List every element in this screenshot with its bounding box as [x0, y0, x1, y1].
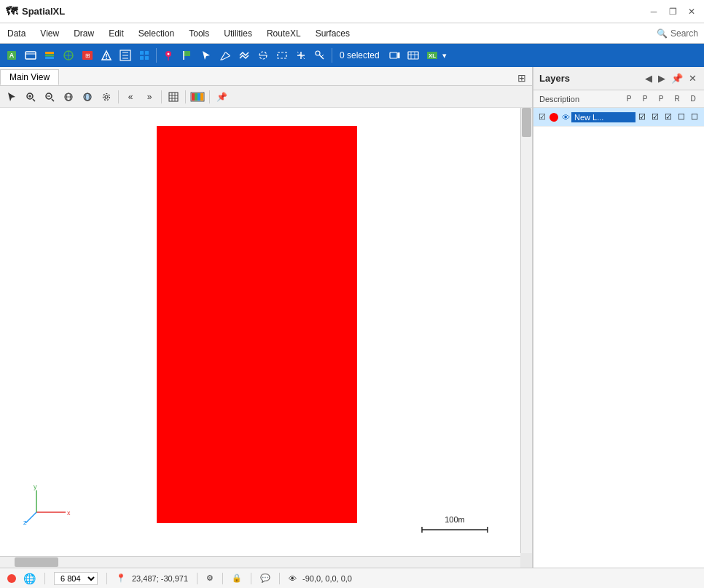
sec-globe-2[interactable] — [79, 89, 96, 105]
toolbar-tool-6[interactable] — [311, 47, 329, 64]
main-toolbar: A ⊞ — [0, 44, 704, 67]
toolbar-pin[interactable] — [160, 47, 177, 64]
layer-name[interactable]: New L... — [571, 112, 635, 122]
menu-draw[interactable]: Draw — [66, 23, 101, 43]
menu-data[interactable]: Data — [0, 23, 33, 43]
layer-p3-check[interactable]: ☑ — [662, 112, 675, 122]
toolbar-btn-2[interactable] — [22, 47, 39, 64]
svg-marker-36 — [8, 93, 15, 101]
tab-main-view[interactable]: Main View — [0, 69, 59, 85]
svg-rect-13 — [140, 51, 144, 55]
svg-rect-5 — [45, 52, 54, 54]
menu-utilities[interactable]: Utilities — [216, 23, 259, 43]
svg-rect-14 — [145, 51, 149, 55]
svg-rect-61 — [200, 93, 203, 101]
toolbar-separator-2 — [332, 48, 332, 63]
secondary-toolbar: « » 📌 — [0, 86, 532, 108]
toolbar-flag[interactable] — [179, 47, 196, 64]
layers-pin-btn[interactable]: 📌 — [670, 71, 684, 85]
layer-p2-check[interactable]: ☑ — [649, 112, 662, 122]
toolbar-btn-4[interactable] — [60, 47, 77, 64]
toolbar-select-arrow[interactable] — [197, 47, 215, 64]
status-separator-4 — [222, 573, 223, 584]
search-label: Search — [670, 28, 698, 39]
scale-bar: 100m — [418, 515, 491, 534]
sec-separator-3 — [185, 90, 186, 103]
vertical-scrollbar[interactable] — [520, 108, 532, 553]
toolbar-tool-2[interactable] — [235, 47, 253, 64]
menu-edit[interactable]: Edit — [101, 23, 131, 43]
layer-checkbox[interactable]: ☑ — [536, 112, 548, 122]
zoom-selector[interactable]: 6 804 — [54, 572, 98, 585]
viewport-background: x y z 100m — [0, 108, 520, 556]
menu-routexl[interactable]: RouteXL — [259, 23, 308, 43]
titlebar-controls: ─ ❐ ✕ — [647, 5, 698, 18]
layers-back-btn[interactable]: ◀ — [644, 71, 654, 85]
toolbar-tool-1[interactable] — [216, 47, 234, 64]
toolbar-btn-3[interactable] — [41, 47, 58, 64]
sec-next[interactable]: » — [141, 89, 158, 105]
status-separator-6 — [279, 573, 280, 584]
restore-button[interactable]: ❐ — [666, 5, 679, 18]
menu-surfaces[interactable]: Surfaces — [308, 23, 357, 43]
sec-zoom-out[interactable] — [41, 89, 58, 105]
layers-header: Layers ◀ ▶ 📌 ✕ — [533, 67, 704, 90]
sec-settings[interactable] — [98, 89, 115, 105]
red-polygon[interactable] — [157, 126, 357, 523]
layer-row[interactable]: ☑ 👁 New L... ☑ ☑ ☑ ☐ ☐ — [533, 108, 704, 127]
status-separator-1 — [44, 573, 45, 584]
status-separator-5 — [251, 573, 251, 584]
toolbar-btn-1[interactable]: A — [3, 47, 20, 64]
sec-select-tool[interactable] — [3, 89, 20, 105]
menu-selection[interactable]: Selection — [131, 23, 181, 43]
vertical-scroll-thumb[interactable] — [522, 108, 531, 137]
horizontal-scrollbar[interactable] — [0, 556, 520, 568]
toolbar-action-3[interactable]: XL — [423, 47, 441, 64]
toolbar-tool-4[interactable] — [273, 47, 291, 64]
sec-globe[interactable] — [60, 89, 77, 105]
sec-color-picker[interactable] — [189, 89, 206, 105]
toolbar-btn-8[interactable] — [136, 47, 153, 64]
toolbar-btn-5[interactable]: ⊞ — [79, 47, 96, 64]
menu-view[interactable]: View — [33, 23, 66, 43]
toolbar-tool-3[interactable] — [254, 47, 272, 64]
svg-rect-16 — [145, 56, 149, 60]
menubar: Data View Draw Edit Selection Tools Util… — [0, 23, 704, 44]
canvas-area: x y z 100m — [0, 108, 532, 568]
sec-separator-4 — [209, 90, 210, 103]
titlebar-left: 🗺 SpatialXL — [6, 5, 65, 18]
toolbar-dropdown[interactable]: ▾ — [442, 51, 447, 60]
menu-tools[interactable]: Tools — [181, 23, 216, 43]
toolbar-tool-5[interactable] — [292, 47, 310, 64]
toolbar-action-2[interactable] — [404, 47, 422, 64]
svg-rect-4 — [45, 55, 54, 57]
minimize-button[interactable]: ─ — [647, 5, 660, 18]
svg-line-38 — [33, 99, 35, 101]
layers-forward-btn[interactable]: ▶ — [657, 71, 667, 85]
col-r: R — [669, 95, 685, 103]
layers-content: ☑ 👁 New L... ☑ ☑ ☑ ☐ ☐ — [533, 108, 704, 568]
col-p1: P — [621, 95, 637, 103]
horizontal-scroll-thumb[interactable] — [15, 557, 58, 567]
tools-icon: ⚙ — [206, 573, 214, 583]
svg-text:⊞: ⊞ — [85, 52, 90, 59]
sec-zoom-in[interactable] — [22, 89, 39, 105]
close-button[interactable]: ✕ — [685, 5, 698, 18]
toolbar-btn-7[interactable] — [117, 47, 134, 64]
toolbar-separator-1 — [156, 48, 157, 63]
layers-close-btn[interactable]: ✕ — [687, 71, 698, 85]
layers-title: Layers — [539, 73, 570, 84]
layer-d-check[interactable]: ☐ — [688, 112, 701, 122]
sec-prev[interactable]: « — [122, 89, 139, 105]
layer-p1-check[interactable]: ☑ — [635, 112, 649, 122]
layer-r-check[interactable]: ☐ — [675, 112, 688, 122]
tab-main-view-label: Main View — [9, 72, 50, 82]
layers-controls: ◀ ▶ 📌 ✕ — [644, 71, 698, 85]
toolbar-action-1[interactable] — [386, 47, 403, 64]
svg-rect-15 — [140, 56, 144, 60]
tab-scroll-btn[interactable]: ⊞ — [512, 71, 532, 85]
toolbar-btn-6[interactable] — [98, 47, 115, 64]
sec-grid[interactable] — [165, 89, 182, 105]
sec-pin[interactable]: 📌 — [213, 89, 230, 105]
layer-visibility-icon[interactable]: 👁 — [560, 111, 571, 123]
